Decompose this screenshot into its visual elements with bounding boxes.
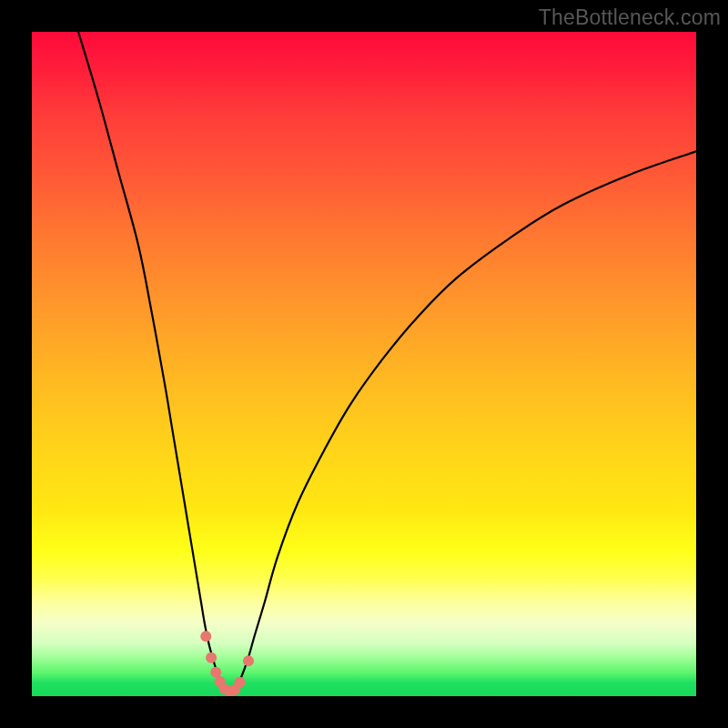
bottleneck-curve-svg	[32, 32, 696, 696]
bottleneck-curve	[78, 32, 696, 693]
chart-frame: TheBottleneck.com	[0, 0, 728, 728]
bottleneck-marker	[206, 652, 217, 663]
bottleneck-marker	[200, 631, 211, 642]
plot-area	[32, 32, 696, 696]
bottleneck-marker-group	[200, 631, 254, 696]
watermark-label: TheBottleneck.com	[539, 5, 721, 30]
bottleneck-marker	[234, 677, 245, 688]
bottleneck-marker	[243, 655, 254, 666]
bottleneck-marker	[210, 667, 221, 678]
